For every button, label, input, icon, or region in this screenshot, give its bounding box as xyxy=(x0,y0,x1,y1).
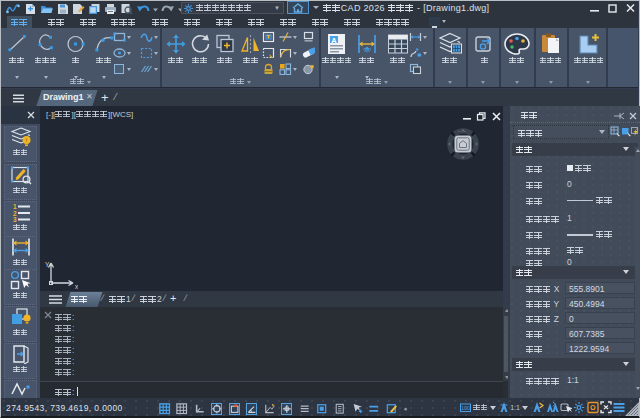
svg-text:x: x xyxy=(75,283,78,289)
svg-text:3: 3 xyxy=(13,216,17,222)
svg-text:A: A xyxy=(331,36,337,45)
svg-text:Y: Y xyxy=(45,261,50,268)
svg-text:100: 100 xyxy=(461,405,470,411)
